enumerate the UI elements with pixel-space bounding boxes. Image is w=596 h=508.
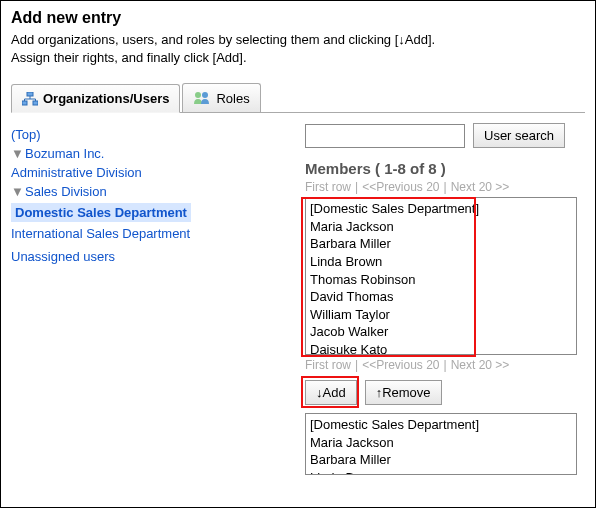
svg-rect-0: [27, 92, 33, 96]
pagination-top: First row|<<Previous 20|Next 20 >>: [305, 180, 585, 194]
pagination-bottom: First row|<<Previous 20|Next 20 >>: [305, 358, 585, 372]
user-search-button[interactable]: User search: [473, 123, 565, 148]
chevron-down-icon[interactable]: ▼: [11, 184, 23, 199]
roles-icon: [193, 91, 211, 105]
tree-org[interactable]: ▼Bozuman Inc.: [11, 144, 283, 163]
members-listbox[interactable]: [Domestic Sales Department] Maria Jackso…: [305, 197, 577, 355]
dialog: Add new entry Add organizations, users, …: [0, 0, 596, 508]
list-item[interactable]: Maria Jackson: [310, 218, 572, 236]
search-row: User search: [305, 123, 585, 148]
tab-roles[interactable]: Roles: [182, 83, 260, 112]
page-desc: Add organizations, users, and roles by s…: [11, 31, 585, 67]
list-item[interactable]: [Domestic Sales Department]: [310, 200, 572, 218]
right-panel: User search Members ( 1-8 of 8 ) First r…: [287, 113, 595, 484]
members-title: Members ( 1-8 of 8 ): [305, 160, 585, 177]
list-item[interactable]: Maria Jackson: [310, 434, 572, 452]
selected-listbox[interactable]: [Domestic Sales Department] Maria Jackso…: [305, 413, 577, 475]
tab-organizations-users[interactable]: Organizations/Users: [11, 84, 180, 113]
pag-next[interactable]: Next 20 >>: [451, 180, 510, 194]
tab-label: Organizations/Users: [43, 91, 169, 106]
pag-prev[interactable]: <<Previous 20: [362, 358, 439, 372]
svg-point-3: [195, 92, 201, 98]
tab-label: Roles: [216, 91, 249, 106]
svg-point-4: [202, 92, 208, 98]
tree-top[interactable]: (Top): [11, 125, 283, 144]
list-item[interactable]: Linda Brown: [310, 253, 572, 271]
tree-sales[interactable]: ▼Sales Division: [11, 182, 283, 201]
tree-domestic[interactable]: Domestic Sales Department: [11, 201, 283, 224]
list-item[interactable]: [Domestic Sales Department]: [310, 416, 572, 434]
list-item[interactable]: Barbara Miller: [310, 451, 572, 469]
svg-rect-2: [33, 101, 38, 105]
pag-first[interactable]: First row: [305, 358, 351, 372]
pag-first[interactable]: First row: [305, 180, 351, 194]
list-item[interactable]: Thomas Robinson: [310, 271, 572, 289]
page-title: Add new entry: [11, 9, 585, 27]
list-item[interactable]: David Thomas: [310, 288, 572, 306]
remove-button[interactable]: ↑Remove: [365, 380, 442, 405]
org-icon: [22, 92, 38, 106]
list-item[interactable]: William Taylor: [310, 306, 572, 324]
members-area: First row|<<Previous 20|Next 20 >> [Dome…: [305, 180, 585, 372]
content: (Top) ▼Bozuman Inc. Administrative Divis…: [1, 113, 595, 484]
org-tree: (Top) ▼Bozuman Inc. Administrative Divis…: [1, 113, 287, 484]
list-item[interactable]: Daisuke Kato: [310, 341, 572, 356]
list-item[interactable]: Jacob Walker: [310, 323, 572, 341]
tree-unassigned[interactable]: Unassigned users: [11, 247, 283, 266]
tree-admin[interactable]: Administrative Division: [11, 163, 283, 182]
list-item[interactable]: Linda Brown: [310, 469, 572, 475]
pag-prev[interactable]: <<Previous 20: [362, 180, 439, 194]
pag-next[interactable]: Next 20 >>: [451, 358, 510, 372]
list-item[interactable]: Barbara Miller: [310, 235, 572, 253]
header: Add new entry Add organizations, users, …: [1, 1, 595, 73]
search-input[interactable]: [305, 124, 465, 148]
add-button[interactable]: ↓Add: [305, 380, 357, 405]
tabs: Organizations/Users Roles: [11, 83, 585, 113]
svg-rect-1: [22, 101, 27, 105]
chevron-down-icon[interactable]: ▼: [11, 146, 23, 161]
tree-intl[interactable]: International Sales Department: [11, 224, 283, 243]
add-remove-row: ↓Add ↑Remove: [305, 380, 585, 405]
